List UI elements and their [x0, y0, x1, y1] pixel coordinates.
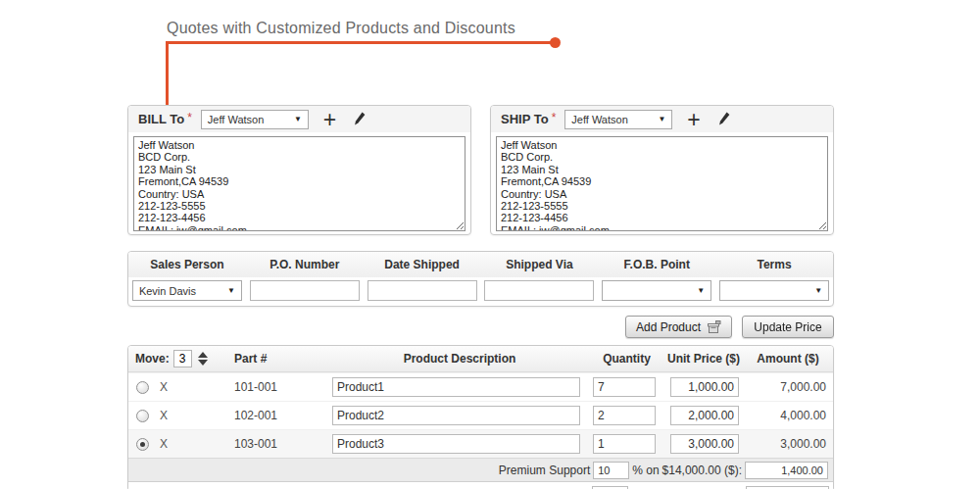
row-controls: X: [128, 380, 203, 394]
date-shipped-header: Date Shipped: [364, 258, 481, 271]
product-row: X 103-001 3,000.00: [128, 429, 833, 458]
part-number: 103-001: [203, 437, 330, 451]
quantity-input[interactable]: [593, 406, 656, 425]
chevron-down-icon: ▼: [658, 115, 665, 123]
add-product-button[interactable]: Add Product: [625, 316, 732, 338]
move-position-input[interactable]: [173, 350, 192, 367]
row-select-radio[interactable]: [136, 381, 149, 394]
edit-contact-icon[interactable]: [717, 112, 730, 126]
terms-header: Terms: [715, 258, 833, 271]
part-number-header: Part #: [203, 352, 330, 366]
premium-support-row: Premium Support % on $14,000.00 ($):: [128, 458, 833, 482]
product-description-input[interactable]: [332, 406, 580, 425]
shipping-info-section: Sales Person P.O. Number Date Shipped Sh…: [127, 251, 834, 307]
shipped-via-header: Shipped Via: [481, 258, 599, 271]
product-description-input[interactable]: [332, 434, 580, 454]
ship-to-header: SHIP To * Jeff Watson ▼ +: [491, 106, 833, 132]
delete-row-button[interactable]: X: [160, 409, 168, 422]
ship-to-section: SHIP To * Jeff Watson ▼ + Jeff Watson BC…: [490, 105, 834, 235]
products-table-header: Move: Part # Product Description Quantit…: [128, 346, 833, 372]
move-control: Move:: [128, 350, 203, 367]
unit-price-input[interactable]: [670, 406, 739, 425]
date-shipped-input[interactable]: [368, 280, 477, 301]
amount-header: Amount ($): [743, 352, 833, 366]
annotation-connector-line-horizontal: [166, 41, 555, 44]
fob-point-select[interactable]: ▼: [602, 280, 711, 301]
product-row: X 102-001 4,000.00: [128, 401, 833, 429]
premium-support-label: Premium Support: [499, 464, 590, 477]
chevron-down-icon: ▼: [814, 286, 822, 295]
update-price-button[interactable]: Update Price: [742, 316, 834, 338]
terms-select[interactable]: ▼: [719, 280, 829, 301]
product-row: X 101-001 7,000.00: [128, 372, 833, 401]
bill-to-header: BILL To * Jeff Watson ▼ +: [128, 106, 470, 132]
part-number: 102-001: [203, 409, 330, 422]
premium-base-label: $14,000.00 ($):: [662, 464, 742, 477]
premium-percent-input[interactable]: [593, 462, 629, 479]
products-table: Move: Part # Product Description Quantit…: [127, 345, 834, 489]
unit-price-input[interactable]: [670, 377, 739, 397]
delete-row-button[interactable]: X: [160, 380, 168, 394]
row-select-radio[interactable]: [136, 410, 149, 422]
product-box-icon: [707, 320, 721, 334]
amount-value: 3,000.00: [743, 437, 833, 451]
bill-to-address-textarea[interactable]: Jeff Watson BCD Corp. 123 Main St Fremon…: [133, 136, 466, 231]
add-contact-icon[interactable]: +: [687, 111, 700, 128]
amount-value: 4,000.00: [743, 409, 833, 422]
next-row-partial: [128, 482, 833, 489]
quantity-input[interactable]: [593, 377, 656, 397]
annotation-connector-dot: [550, 37, 561, 48]
shipping-info-header: Sales Person P.O. Number Date Shipped Sh…: [128, 252, 833, 277]
edit-contact-icon[interactable]: [353, 112, 366, 126]
chevron-down-icon: ▼: [227, 286, 235, 295]
amount-value: 7,000.00: [743, 380, 833, 394]
required-asterisk: *: [187, 111, 192, 124]
add-contact-icon[interactable]: +: [323, 111, 336, 128]
required-asterisk: *: [552, 111, 557, 124]
shipped-via-input[interactable]: [484, 280, 594, 301]
sales-person-selected: Kevin Davis: [139, 285, 196, 297]
update-price-label: Update Price: [754, 320, 821, 334]
add-product-label: Add Product: [636, 320, 701, 334]
bill-to-section: BILL To * Jeff Watson ▼ + Jeff Watson BC…: [127, 105, 471, 235]
page-title: Quotes with Customized Products and Disc…: [167, 20, 515, 37]
premium-amount-input[interactable]: [745, 462, 828, 479]
ship-to-contact-select[interactable]: Jeff Watson ▼: [564, 110, 672, 129]
sales-person-select[interactable]: Kevin Davis ▼: [132, 280, 242, 301]
move-label: Move:: [135, 352, 170, 366]
unit-price-header: Unit Price ($): [664, 352, 743, 366]
chevron-down-icon: ▼: [294, 115, 302, 123]
ship-to-address-textarea[interactable]: Jeff Watson BCD Corp. 123 Main St Fremon…: [496, 136, 828, 231]
annotation-connector-line-vertical: [166, 41, 169, 105]
product-description-input[interactable]: [332, 377, 580, 397]
row-select-radio[interactable]: [136, 438, 149, 451]
sales-person-header: Sales Person: [128, 258, 246, 271]
bill-to-label: BILL To: [138, 112, 184, 126]
fob-point-header: F.O.B. Point: [598, 258, 715, 271]
shipping-info-fields: Kevin Davis ▼ ▼ ▼: [128, 280, 833, 301]
row-controls: X: [128, 409, 203, 422]
quote-form-page: Quotes with Customized Products and Disc…: [0, 0, 980, 489]
bill-to-contact-select[interactable]: Jeff Watson ▼: [201, 110, 309, 129]
po-number-header: P.O. Number: [246, 258, 364, 271]
quantity-input[interactable]: [593, 434, 656, 454]
ship-to-contact-selected: Jeff Watson: [571, 114, 627, 125]
premium-percent-on-label: % on: [632, 464, 659, 477]
ship-to-label: SHIP To: [501, 112, 549, 126]
part-number: 101-001: [203, 380, 330, 394]
quantity-header: Quantity: [589, 352, 664, 366]
delete-row-button[interactable]: X: [160, 437, 168, 451]
chevron-down-icon: ▼: [697, 286, 705, 295]
bill-to-contact-selected: Jeff Watson: [208, 114, 264, 125]
unit-price-input[interactable]: [670, 434, 739, 454]
po-number-input[interactable]: [250, 280, 360, 301]
row-controls: X: [128, 437, 203, 451]
product-description-header: Product Description: [330, 352, 589, 366]
